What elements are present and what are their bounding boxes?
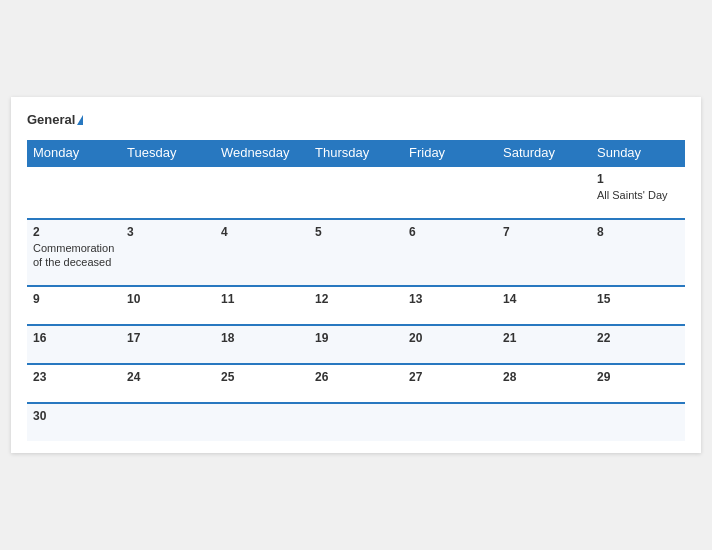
day-number: 8: [597, 225, 679, 239]
calendar-cell: 10: [121, 286, 215, 325]
calendar-cell: 16: [27, 325, 121, 364]
calendar-table: MondayTuesdayWednesdayThursdayFridaySatu…: [27, 140, 685, 442]
event-label: Commemoration of the deceased: [33, 241, 115, 270]
day-number: 11: [221, 292, 303, 306]
calendar-cell: 12: [309, 286, 403, 325]
day-number: 7: [503, 225, 585, 239]
calendar-cell: [27, 166, 121, 219]
day-header-monday: Monday: [27, 140, 121, 166]
calendar-cell: 3: [121, 219, 215, 287]
day-header-tuesday: Tuesday: [121, 140, 215, 166]
day-number: 23: [33, 370, 115, 384]
day-number: 28: [503, 370, 585, 384]
calendar-cell: [215, 166, 309, 219]
calendar-cell: 8: [591, 219, 685, 287]
week-row-1: 1All Saints' Day: [27, 166, 685, 219]
day-number: 21: [503, 331, 585, 345]
calendar-cell: [121, 166, 215, 219]
calendar-cell: 14: [497, 286, 591, 325]
logo: General: [27, 113, 83, 126]
event-label: All Saints' Day: [597, 188, 679, 202]
day-number: 20: [409, 331, 491, 345]
day-header-wednesday: Wednesday: [215, 140, 309, 166]
day-number: 13: [409, 292, 491, 306]
calendar-container: General MondayTuesdayWednesdayThursdayFr…: [11, 97, 701, 454]
day-number: 16: [33, 331, 115, 345]
calendar-cell: 6: [403, 219, 497, 287]
calendar-cell: [309, 403, 403, 441]
day-header-sunday: Sunday: [591, 140, 685, 166]
calendar-cell: [121, 403, 215, 441]
day-number: 29: [597, 370, 679, 384]
day-number: 30: [33, 409, 115, 423]
logo-general-text: General: [27, 113, 83, 126]
calendar-cell: 15: [591, 286, 685, 325]
calendar-header: General: [27, 113, 685, 126]
day-number: 25: [221, 370, 303, 384]
calendar-cell: 22: [591, 325, 685, 364]
day-header-saturday: Saturday: [497, 140, 591, 166]
calendar-cell: 23: [27, 364, 121, 403]
day-number: 1: [597, 172, 679, 186]
day-number: 10: [127, 292, 209, 306]
calendar-cell: 30: [27, 403, 121, 441]
calendar-cell: 29: [591, 364, 685, 403]
calendar-cell: 24: [121, 364, 215, 403]
calendar-cell: 21: [497, 325, 591, 364]
day-number: 4: [221, 225, 303, 239]
calendar-cell: 9: [27, 286, 121, 325]
day-number: 18: [221, 331, 303, 345]
day-number: 15: [597, 292, 679, 306]
calendar-cell: [497, 403, 591, 441]
day-header-friday: Friday: [403, 140, 497, 166]
days-header-row: MondayTuesdayWednesdayThursdayFridaySatu…: [27, 140, 685, 166]
calendar-cell: 18: [215, 325, 309, 364]
calendar-cell: 20: [403, 325, 497, 364]
calendar-cell: 19: [309, 325, 403, 364]
logo-triangle-icon: [77, 115, 83, 125]
calendar-cell: [497, 166, 591, 219]
day-number: 3: [127, 225, 209, 239]
week-row-3: 9101112131415: [27, 286, 685, 325]
day-number: 14: [503, 292, 585, 306]
day-number: 26: [315, 370, 397, 384]
day-number: 22: [597, 331, 679, 345]
day-header-thursday: Thursday: [309, 140, 403, 166]
day-number: 24: [127, 370, 209, 384]
day-number: 2: [33, 225, 115, 239]
calendar-cell: 28: [497, 364, 591, 403]
calendar-cell: 2Commemoration of the deceased: [27, 219, 121, 287]
calendar-cell: 5: [309, 219, 403, 287]
calendar-cell: 11: [215, 286, 309, 325]
calendar-cell: 1All Saints' Day: [591, 166, 685, 219]
calendar-cell: [403, 403, 497, 441]
calendar-cell: 25: [215, 364, 309, 403]
calendar-cell: [215, 403, 309, 441]
week-row-2: 2Commemoration of the deceased345678: [27, 219, 685, 287]
calendar-cell: 17: [121, 325, 215, 364]
day-number: 5: [315, 225, 397, 239]
day-number: 19: [315, 331, 397, 345]
week-row-5: 23242526272829: [27, 364, 685, 403]
calendar-cell: [309, 166, 403, 219]
week-row-6: 30: [27, 403, 685, 441]
day-number: 12: [315, 292, 397, 306]
calendar-cell: 13: [403, 286, 497, 325]
calendar-cell: 7: [497, 219, 591, 287]
day-number: 6: [409, 225, 491, 239]
calendar-cell: 27: [403, 364, 497, 403]
day-number: 17: [127, 331, 209, 345]
calendar-cell: [403, 166, 497, 219]
calendar-cell: 26: [309, 364, 403, 403]
calendar-cell: 4: [215, 219, 309, 287]
calendar-cell: [591, 403, 685, 441]
week-row-4: 16171819202122: [27, 325, 685, 364]
day-number: 9: [33, 292, 115, 306]
day-number: 27: [409, 370, 491, 384]
